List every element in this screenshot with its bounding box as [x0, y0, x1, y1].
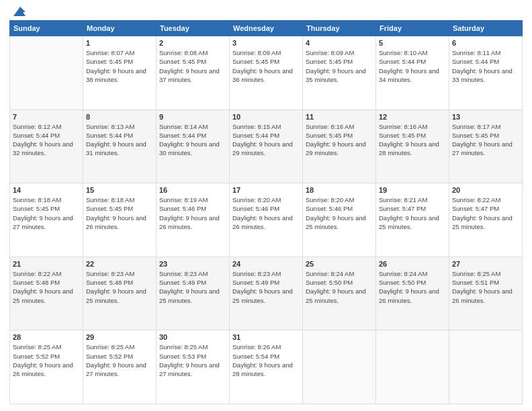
day-info: Sunrise: 8:24 AM Sunset: 5:50 PM Dayligh…	[379, 269, 446, 305]
header	[9, 7, 523, 16]
calendar-week-row: 1 Sunrise: 8:07 AM Sunset: 5:45 PM Dayli…	[10, 36, 523, 110]
calendar-week-row: 7 Sunrise: 8:12 AM Sunset: 5:44 PM Dayli…	[10, 109, 523, 183]
calendar-cell: 26 Sunrise: 8:24 AM Sunset: 5:50 PM Dayl…	[376, 257, 449, 330]
calendar-header-wednesday: Wednesday	[230, 21, 303, 36]
day-number: 9	[159, 113, 226, 121]
calendar-cell: 3 Sunrise: 8:09 AM Sunset: 5:45 PM Dayli…	[230, 36, 303, 110]
day-number: 3	[232, 39, 300, 47]
day-number: 16	[159, 186, 226, 194]
day-number: 4	[306, 39, 373, 47]
day-info: Sunrise: 8:23 AM Sunset: 5:49 PM Dayligh…	[232, 269, 300, 305]
calendar-header-tuesday: Tuesday	[157, 21, 230, 36]
calendar-cell: 16 Sunrise: 8:19 AM Sunset: 5:46 PM Dayl…	[157, 183, 230, 257]
calendar-cell	[376, 330, 449, 404]
day-number: 19	[379, 186, 446, 194]
calendar-header-monday: Monday	[83, 21, 157, 36]
day-info: Sunrise: 8:20 AM Sunset: 5:46 PM Dayligh…	[306, 195, 373, 231]
calendar-cell	[303, 330, 376, 404]
day-info: Sunrise: 8:11 AM Sunset: 5:44 PM Dayligh…	[452, 48, 519, 84]
calendar-cell: 6 Sunrise: 8:11 AM Sunset: 5:44 PM Dayli…	[449, 36, 523, 110]
day-number: 11	[306, 113, 373, 121]
calendar-cell: 22 Sunrise: 8:23 AM Sunset: 5:48 PM Dayl…	[83, 257, 157, 330]
day-number: 21	[13, 260, 80, 268]
day-info: Sunrise: 8:09 AM Sunset: 5:45 PM Dayligh…	[306, 48, 373, 84]
svg-marker-0	[13, 7, 26, 16]
calendar-cell: 5 Sunrise: 8:10 AM Sunset: 5:44 PM Dayli…	[376, 36, 449, 110]
day-info: Sunrise: 8:14 AM Sunset: 5:44 PM Dayligh…	[159, 122, 226, 158]
day-info: Sunrise: 8:15 AM Sunset: 5:44 PM Dayligh…	[232, 122, 300, 158]
calendar-cell: 28 Sunrise: 8:25 AM Sunset: 5:52 PM Dayl…	[10, 330, 83, 404]
calendar-header-row: SundayMondayTuesdayWednesdayThursdayFrid…	[10, 21, 523, 36]
logo-icon	[11, 5, 26, 19]
calendar-cell: 20 Sunrise: 8:22 AM Sunset: 5:47 PM Dayl…	[449, 183, 523, 257]
day-number: 30	[159, 333, 226, 341]
calendar-week-row: 28 Sunrise: 8:25 AM Sunset: 5:52 PM Dayl…	[10, 330, 523, 404]
calendar-cell: 17 Sunrise: 8:20 AM Sunset: 5:46 PM Dayl…	[230, 183, 303, 257]
day-number: 15	[86, 186, 153, 194]
day-info: Sunrise: 8:25 AM Sunset: 5:52 PM Dayligh…	[13, 342, 80, 378]
day-number: 2	[159, 39, 226, 47]
calendar-header-saturday: Saturday	[449, 21, 523, 36]
calendar-cell: 8 Sunrise: 8:13 AM Sunset: 5:44 PM Dayli…	[83, 109, 157, 183]
day-number: 7	[13, 113, 80, 121]
day-info: Sunrise: 8:26 AM Sunset: 5:54 PM Dayligh…	[232, 342, 300, 378]
day-number: 8	[86, 113, 153, 121]
day-number: 31	[232, 333, 300, 341]
day-number: 25	[306, 260, 373, 268]
calendar-cell: 25 Sunrise: 8:24 AM Sunset: 5:50 PM Dayl…	[303, 257, 376, 330]
day-info: Sunrise: 8:18 AM Sunset: 5:45 PM Dayligh…	[13, 195, 80, 231]
day-info: Sunrise: 8:18 AM Sunset: 5:45 PM Dayligh…	[86, 195, 153, 231]
calendar-cell: 11 Sunrise: 8:16 AM Sunset: 5:45 PM Dayl…	[303, 109, 376, 183]
day-info: Sunrise: 8:23 AM Sunset: 5:49 PM Dayligh…	[159, 269, 226, 305]
day-number: 24	[232, 260, 300, 268]
day-info: Sunrise: 8:22 AM Sunset: 5:47 PM Dayligh…	[452, 195, 519, 231]
calendar-cell: 10 Sunrise: 8:15 AM Sunset: 5:44 PM Dayl…	[230, 109, 303, 183]
calendar-header-friday: Friday	[376, 21, 449, 36]
calendar-week-row: 14 Sunrise: 8:18 AM Sunset: 5:45 PM Dayl…	[10, 183, 523, 257]
calendar-cell: 9 Sunrise: 8:14 AM Sunset: 5:44 PM Dayli…	[157, 109, 230, 183]
day-number: 12	[379, 113, 446, 121]
calendar-week-row: 21 Sunrise: 8:22 AM Sunset: 5:48 PM Dayl…	[10, 257, 523, 330]
day-info: Sunrise: 8:12 AM Sunset: 5:44 PM Dayligh…	[13, 122, 80, 158]
day-number: 23	[159, 260, 226, 268]
day-info: Sunrise: 8:09 AM Sunset: 5:45 PM Dayligh…	[232, 48, 300, 84]
calendar-cell: 30 Sunrise: 8:25 AM Sunset: 5:53 PM Dayl…	[157, 330, 230, 404]
calendar-cell: 2 Sunrise: 8:08 AM Sunset: 5:45 PM Dayli…	[157, 36, 230, 110]
calendar-cell: 23 Sunrise: 8:23 AM Sunset: 5:49 PM Dayl…	[157, 257, 230, 330]
day-info: Sunrise: 8:25 AM Sunset: 5:53 PM Dayligh…	[159, 342, 226, 378]
page: SundayMondayTuesdayWednesdayThursdayFrid…	[0, 0, 532, 411]
day-number: 20	[452, 186, 519, 194]
calendar-header-thursday: Thursday	[303, 21, 376, 36]
day-info: Sunrise: 8:10 AM Sunset: 5:44 PM Dayligh…	[379, 48, 446, 84]
day-number: 5	[379, 39, 446, 47]
day-number: 28	[13, 333, 80, 341]
calendar-cell: 27 Sunrise: 8:25 AM Sunset: 5:51 PM Dayl…	[449, 257, 523, 330]
day-number: 26	[379, 260, 446, 268]
day-info: Sunrise: 8:23 AM Sunset: 5:48 PM Dayligh…	[86, 269, 153, 305]
calendar-header-sunday: Sunday	[10, 21, 83, 36]
calendar-cell: 14 Sunrise: 8:18 AM Sunset: 5:45 PM Dayl…	[10, 183, 83, 257]
day-info: Sunrise: 8:22 AM Sunset: 5:48 PM Dayligh…	[13, 269, 80, 305]
day-number: 22	[86, 260, 153, 268]
calendar-cell	[449, 330, 523, 404]
calendar-cell: 19 Sunrise: 8:21 AM Sunset: 5:47 PM Dayl…	[376, 183, 449, 257]
day-info: Sunrise: 8:16 AM Sunset: 5:45 PM Dayligh…	[379, 122, 446, 158]
day-number: 14	[13, 186, 80, 194]
calendar-cell: 12 Sunrise: 8:16 AM Sunset: 5:45 PM Dayl…	[376, 109, 449, 183]
day-number: 29	[86, 333, 153, 341]
day-number: 18	[306, 186, 373, 194]
calendar-cell: 18 Sunrise: 8:20 AM Sunset: 5:46 PM Dayl…	[303, 183, 376, 257]
day-info: Sunrise: 8:07 AM Sunset: 5:45 PM Dayligh…	[86, 48, 153, 84]
calendar-cell: 24 Sunrise: 8:23 AM Sunset: 5:49 PM Dayl…	[230, 257, 303, 330]
calendar-cell: 31 Sunrise: 8:26 AM Sunset: 5:54 PM Dayl…	[230, 330, 303, 404]
day-number: 1	[86, 39, 153, 47]
calendar-cell: 4 Sunrise: 8:09 AM Sunset: 5:45 PM Dayli…	[303, 36, 376, 110]
day-info: Sunrise: 8:16 AM Sunset: 5:45 PM Dayligh…	[306, 122, 373, 158]
calendar-cell: 7 Sunrise: 8:12 AM Sunset: 5:44 PM Dayli…	[10, 109, 83, 183]
calendar-table: SundayMondayTuesdayWednesdayThursdayFrid…	[9, 20, 523, 404]
day-info: Sunrise: 8:24 AM Sunset: 5:50 PM Dayligh…	[306, 269, 373, 305]
day-info: Sunrise: 8:25 AM Sunset: 5:51 PM Dayligh…	[452, 269, 519, 305]
day-info: Sunrise: 8:19 AM Sunset: 5:46 PM Dayligh…	[159, 195, 226, 231]
calendar-cell: 13 Sunrise: 8:17 AM Sunset: 5:45 PM Dayl…	[449, 109, 523, 183]
day-number: 13	[452, 113, 519, 121]
